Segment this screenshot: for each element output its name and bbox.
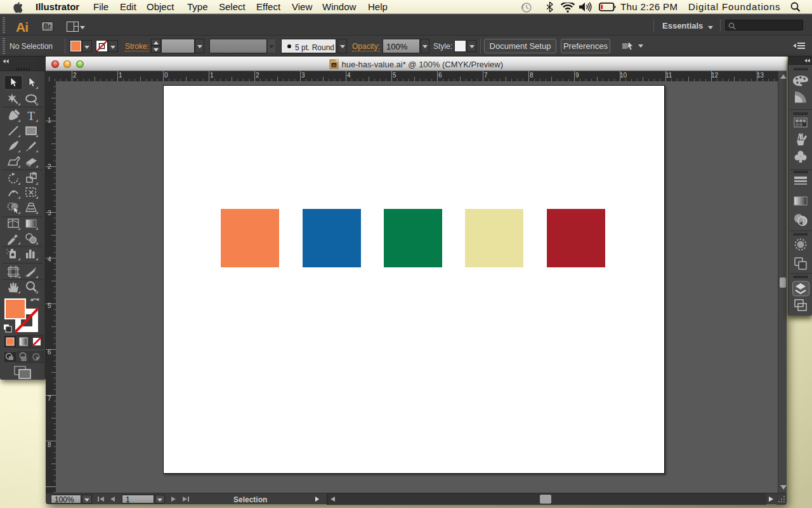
svg-text:T: T [27, 109, 35, 123]
svg-text:Ai: Ai [332, 64, 336, 67]
